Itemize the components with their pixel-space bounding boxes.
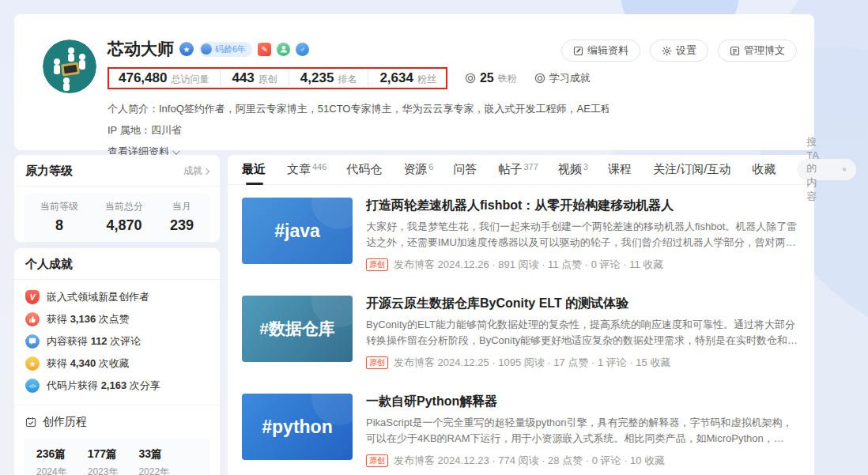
article-meta-text: 发布博客 2024.12.25 · 1095 阅读 · 17 点赞 · 1 评论… <box>394 356 670 370</box>
article-title[interactable]: 打造两轮差速机器人fishbot：从零开始构建移动机器人 <box>366 198 800 213</box>
article-thumbnail[interactable]: #java <box>242 198 353 264</box>
force-total-score: 当前总分 4,870 <box>105 200 143 234</box>
article-thumbnail[interactable]: #数据仓库 <box>242 296 353 362</box>
achievement-text: 嵌入式领域新星创作者 <box>47 290 149 304</box>
original-badge: 原创 <box>366 454 388 467</box>
article-item: #数据仓库 开源云原生数据仓库ByConity ELT 的测试体验 ByConi… <box>242 296 800 370</box>
tab-favorites[interactable]: 收藏 <box>752 155 777 185</box>
force-value: 8 <box>40 217 78 234</box>
tab-videos[interactable]: 视频3 <box>558 155 588 185</box>
achievement-link[interactable]: 成就 <box>183 164 209 178</box>
tab-follow-subscribe[interactable]: 关注/订阅/互动 <box>653 155 732 185</box>
blog-expert-icon[interactable]: ♂ <box>296 43 309 56</box>
level-medal-icon[interactable]: ★ <box>179 42 194 56</box>
article-excerpt: 大家好，我是梦笔生花，我们一起来动手创建一个两轮差速的移动机器人fishbot。… <box>366 219 800 251</box>
content-card: 最近 文章446 代码仓 资源6 问答 帖子377 视频3 课程 关注/订阅/互… <box>228 155 814 475</box>
stat-label: 排名 <box>338 73 357 86</box>
article-list: #java 打造两轮差速机器人fishbot：从零开始构建移动机器人 大家好，我… <box>228 185 814 475</box>
settings-label: 设置 <box>676 43 696 58</box>
force-level-card: 原力等级 成就 当前等级 8 当前总分 4,870 当月 239 <box>14 155 220 242</box>
creation-journey-header: 创作历程 <box>14 405 220 431</box>
stat-value: 4,235 <box>300 70 334 86</box>
stat-value: 2,634 <box>379 70 413 86</box>
creator-medal-icon: V <box>25 290 40 304</box>
username: 芯动大师 <box>108 38 174 60</box>
force-monthly: 当月 239 <box>170 200 194 234</box>
journey-count: 177篇 <box>88 447 119 462</box>
article-title[interactable]: 一款自研Python解释器 <box>366 394 800 409</box>
article-meta-text: 发布博客 2024.12.23 · 774 阅读 · 28 点赞 · 0 评论 … <box>394 454 665 468</box>
manage-posts-button[interactable]: 管理博文 <box>718 40 797 62</box>
article-thumbnail[interactable]: #python <box>242 394 353 460</box>
tab-qa[interactable]: 问答 <box>453 155 478 185</box>
stats-annotation-box: 476,480 总访问量 443 原创 4,235 排名 2,634 粉丝 <box>108 67 447 89</box>
tab-courses[interactable]: 课程 <box>608 155 633 185</box>
stat-label: 粉丝 <box>417 73 436 86</box>
stat-total-visits[interactable]: 476,480 总访问量 <box>119 70 209 86</box>
tab-posts[interactable]: 帖子377 <box>498 155 538 185</box>
achievement-link-label: 成就 <box>183 164 202 178</box>
stat-value: 443 <box>232 70 254 86</box>
stat-value: 476,480 <box>119 70 167 86</box>
tab-recent[interactable]: 最近 <box>242 155 267 185</box>
thumbnail-label: #java <box>274 221 320 242</box>
journey-year-label: 2022年 <box>138 466 169 475</box>
article-item: #java 打造两轮差速机器人fishbot：从零开始构建移动机器人 大家好，我… <box>242 198 800 272</box>
stat-label: 铁粉 <box>498 72 517 85</box>
article-title[interactable]: 开源云原生数据仓库ByConity ELT 的测试体验 <box>366 296 800 311</box>
code-age-label: 码龄6年 <box>215 43 246 55</box>
journey-year-label: 2024年 <box>36 466 67 475</box>
edit-profile-label: 编辑资料 <box>587 43 628 58</box>
chevron-down-icon <box>172 147 180 155</box>
achievement-text: 代码片获得 2,163 次分享 <box>47 379 160 393</box>
code-age-badge[interactable]: 码龄6年 <box>199 42 252 57</box>
article-meta: 原创 发布博客 2024.12.23 · 774 阅读 · 28 点赞 · 0 … <box>366 454 800 468</box>
tab-resources[interactable]: 资源6 <box>403 155 433 185</box>
edit-document-icon <box>573 46 583 56</box>
bio-text: 个人简介：InfoQ签约作者，阿里云专家博主，51CTO专家博主，华为云云享专家… <box>108 102 609 116</box>
author-pen-icon[interactable]: ✎ <box>258 43 271 56</box>
stat-originals[interactable]: 443 原创 <box>220 70 277 86</box>
edit-profile-button[interactable]: 编辑资料 <box>561 40 640 62</box>
username-row: 芯动大师 ★ 码龄6年 ✎ ♂ <box>108 38 609 60</box>
achievements-title: 个人成就 <box>25 257 73 272</box>
avatar[interactable] <box>43 40 96 93</box>
force-label: 当前总分 <box>105 200 143 213</box>
comment-icon <box>25 334 40 349</box>
stat-label: 原创 <box>259 73 277 86</box>
journey-year: 177篇 2023年 <box>88 447 119 475</box>
force-value: 4,870 <box>105 217 143 234</box>
achievement-item: V 嵌入式领域新星创作者 <box>25 286 209 308</box>
profile-header-card: 芯动大师 ★ 码龄6年 ✎ ♂ 476,480 总访问量 443 原创 4,23 <box>14 14 814 150</box>
settings-button[interactable]: 设置 <box>650 40 708 62</box>
stat-followers[interactable]: 2,634 粉丝 <box>368 70 436 86</box>
achievement-text: 内容获得 112 次评论 <box>47 334 141 349</box>
achievements-list: V 嵌入式领域新星创作者 获得 3,136 次点赞 内容获得 112 次评论 ★… <box>14 280 220 400</box>
search-input[interactable]: 搜TA的内容 <box>797 159 856 180</box>
manage-posts-label: 管理博文 <box>744 43 785 58</box>
thumbnail-label: #python <box>262 417 332 438</box>
force-level-title: 原力等级 <box>25 164 73 179</box>
stat-iron-fans[interactable]: 25 铁粉 <box>465 71 517 85</box>
original-badge: 原创 <box>366 258 388 271</box>
article-meta-text: 发布博客 2024.12.26 · 891 阅读 · 11 点赞 · 0 评论 … <box>394 258 663 272</box>
achievement-text: 获得 4,340 次收藏 <box>47 356 130 371</box>
article-excerpt: PikaScript是一个完全重写的超轻量级python引擎，具有完整的解释器，… <box>366 415 800 447</box>
search-placeholder: 搜TA的内容 <box>806 135 825 204</box>
achievement-item: 获得 3,136 次点赞 <box>25 308 209 330</box>
header-actions: 编辑资料 设置 管理博文 <box>561 40 797 62</box>
avatar-illustration <box>43 40 96 93</box>
tab-code-repo[interactable]: 代码仓 <box>346 155 383 185</box>
force-value: 239 <box>170 217 194 234</box>
stat-value: 25 <box>480 71 494 85</box>
stat-rank[interactable]: 4,235 排名 <box>289 70 357 86</box>
learning-achievement-label: 学习成就 <box>549 71 591 85</box>
learning-achievement-link[interactable]: 学习成就 <box>534 71 591 85</box>
article-meta: 原创 发布博客 2024.12.25 · 1095 阅读 · 17 点赞 · 1… <box>366 356 800 370</box>
article-excerpt: ByConity的ELT能力能够简化数据处理的复杂性，提高系统的响应速度和可靠性… <box>366 317 800 349</box>
member-person-icon[interactable] <box>277 43 290 56</box>
chevron-right-icon <box>203 168 209 174</box>
thumbs-up-icon <box>25 312 40 326</box>
tab-articles[interactable]: 文章446 <box>287 155 326 185</box>
calendar-icon <box>25 417 36 428</box>
